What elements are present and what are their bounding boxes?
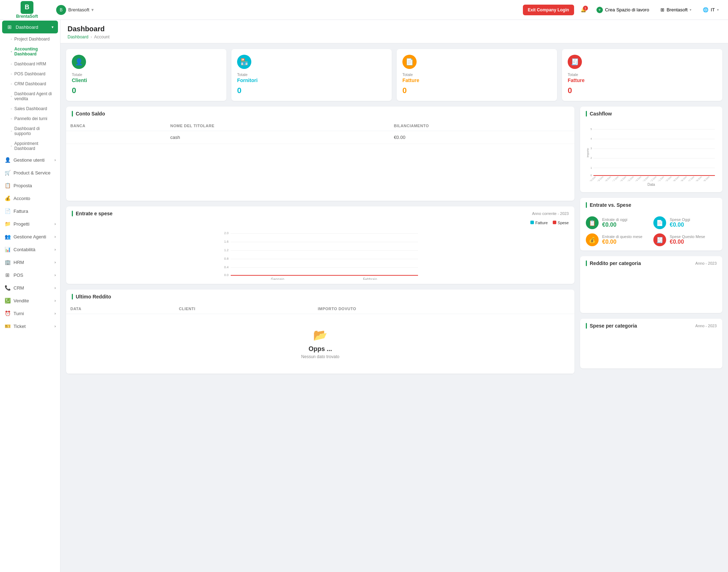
col-clienti: CLIENTI — [175, 304, 314, 314]
svg-text:06-Dec: 06-Dec — [695, 175, 703, 181]
fatture-dot — [530, 221, 534, 224]
sidebar-item-turni-nav[interactable]: ⏰ Turni › — [0, 307, 60, 320]
fatture-orange-label: Totale — [402, 72, 551, 77]
evs-entrate-mese-label: Entrate di questo mese — [602, 234, 642, 239]
sidebar-item-gestione-utenti[interactable]: 👤 Gestione utenti › — [0, 153, 60, 166]
chevron-right-icon-5: › — [54, 260, 56, 264]
evs-title: Entrate vs. Spese — [586, 202, 631, 208]
sidebar-item-project-dashboard[interactable]: Project Dashboard — [0, 34, 60, 44]
contabilita-icon: 📊 — [4, 246, 11, 253]
svg-text:1.6: 1.6 — [224, 240, 229, 243]
sidebar-item-sales-dashboard[interactable]: Sales Dashboard — [0, 104, 60, 114]
svg-text:2.0: 2.0 — [224, 231, 229, 235]
spese-categoria-title: Spese per categoria — [586, 323, 637, 329]
company-menu-button[interactable]: ⊞ Brentasoft ▾ — [657, 5, 695, 15]
ultimo-reddito-panel: Ultimo Reddito DATA CLIENTI IMPORTO DOVU… — [66, 290, 574, 374]
hrm-label: HRM — [14, 260, 24, 265]
appointment-label: Appointment Dashboard — [14, 141, 56, 151]
entrate-spese-chart-panel: Entrate e spese Anno corrente - 2023 Fat… — [66, 206, 574, 284]
logo: B BrentaSoft — [6, 1, 48, 19]
sidebar-item-agent-dashboard[interactable]: Dashboard Agent di vendita — [0, 89, 60, 104]
chevron-right-icon-6: › — [54, 273, 56, 277]
fatture-orange-title: Fatture — [402, 77, 551, 83]
vendite-label: Vendite — [14, 298, 29, 303]
company-selector[interactable]: B Brentasoft ▾ — [53, 3, 97, 17]
users-icon: 👤 — [4, 157, 11, 163]
svg-text:0.0: 0.0 — [224, 273, 229, 277]
dashboard-icon: ⊞ — [6, 24, 13, 30]
cell-titolare: cash — [166, 131, 390, 144]
sidebar-item-vendite[interactable]: 💹 Vendite › — [0, 294, 60, 307]
plus-icon: + — [596, 7, 603, 13]
globe-icon: 🌐 — [703, 7, 708, 12]
sidebar-item-pos[interactable]: ⊞ POS › — [0, 269, 60, 281]
ultimo-reddito-header: Ultimo Reddito — [66, 290, 574, 304]
fattura-icon: 📄 — [4, 208, 11, 214]
breadcrumb-sep: › — [91, 34, 92, 39]
topbar-right: Exit Company Login 🔔 1 + Crea Spazio di … — [523, 5, 722, 15]
language-button[interactable]: 🌐 IT ▾ — [699, 5, 722, 15]
svg-text:12-Dec: 12-Dec — [650, 175, 657, 181]
two-col-layout: Conto Saldo BANCA NOME DEL TITOLARE BILA… — [66, 107, 722, 374]
stat-card-clienti: 👤 Totale Clienti 0 — [66, 49, 226, 101]
spese-categoria-panel: Spese per categoria Anno - 2023 — [580, 319, 722, 368]
evs-grid: 📋 Entrate di oggi €0.00 📄 Spese Oggi — [580, 212, 722, 250]
evs-item-entrate-oggi: 📋 Entrate di oggi €0.00 — [586, 216, 649, 229]
svg-text:19-Dec: 19-Dec — [597, 175, 604, 181]
fatture-orange-value: 0 — [402, 86, 551, 95]
svg-text:3: 3 — [590, 147, 592, 150]
svg-text:1.2: 1.2 — [224, 248, 229, 252]
conto-saldo-title: Conto Saldo — [72, 111, 105, 117]
sidebar-item-product-service[interactable]: 🛒 Product & Service — [0, 166, 60, 179]
fornitori-label: Totale — [237, 72, 386, 77]
sidebar-item-progetti[interactable]: 📁 Progetti › — [0, 217, 60, 230]
sidebar-item-appointment[interactable]: Appointment Dashboard — [0, 139, 60, 153]
product-icon: 🛒 — [4, 169, 11, 176]
sidebar-item-contabilita[interactable]: 📊 Contabilità › — [0, 243, 60, 256]
sidebar-item-hrm[interactable]: 🏢 HRM › — [0, 256, 60, 269]
chevron-right-icon-9: › — [54, 311, 56, 315]
cell-banca — [66, 131, 166, 144]
sidebar: ⊞ Dashboard ▾ Project Dashboard Accounti… — [0, 20, 60, 572]
cashflow-panel: Cashflow 5 4 3 2 1 0 — [580, 107, 722, 192]
pos-dashboard-label: POS Dashboard — [14, 71, 45, 76]
sidebar-item-crm-dashboard[interactable]: CRM Dashboard — [0, 79, 60, 89]
chevron-up-icon: ▾ — [52, 25, 54, 29]
exit-company-button[interactable]: Exit Company Login — [523, 5, 574, 15]
col-titolare: NOME DEL TITOLARE — [166, 121, 390, 131]
empty-state: 📂 Opps ... Nessun dato trovato — [70, 318, 570, 370]
proposta-icon: 📋 — [4, 182, 11, 189]
notifications-button[interactable]: 🔔 1 — [578, 5, 589, 15]
chevron-right-icon-8: › — [54, 298, 56, 303]
sidebar-item-accounting-dashboard[interactable]: Accounting Dashboard — [0, 44, 60, 59]
cashflow-chart: 5 4 3 2 1 0 Importo — [580, 121, 722, 192]
sidebar-item-dashboard-hrm[interactable]: Dashboard HRM — [0, 59, 60, 69]
company-avatar: B — [56, 5, 66, 15]
svg-text:14-Dec: 14-Dec — [635, 175, 642, 181]
evs-spese-oggi-value: €0.00 — [670, 222, 690, 228]
svg-text:0.8: 0.8 — [224, 257, 229, 260]
sidebar-item-dashboard[interactable]: ⊞ Dashboard ▾ — [2, 21, 58, 33]
stat-card-fornitori: 🏪 Totale Fornitori 0 — [231, 49, 392, 101]
entrate-spese-chart-title: Entrate e spese — [72, 211, 113, 216]
sidebar-item-ticket[interactable]: 🎫 Ticket › — [0, 320, 60, 333]
entrate-spese-subtitle: Anno corrente - 2023 — [532, 211, 569, 216]
turni-label: Pannello dei turni — [14, 116, 47, 121]
svg-text:4: 4 — [590, 137, 592, 140]
sidebar-item-gestione-agenti[interactable]: 👥 Gestione Agenti › — [0, 230, 60, 243]
sidebar-item-turni[interactable]: Pannello dei turni — [0, 114, 60, 124]
stat-card-fatture-orange: 📄 Totale Fatture 0 — [397, 49, 557, 101]
ticket-label: Ticket — [14, 324, 26, 329]
svg-text:07-Dec: 07-Dec — [687, 175, 695, 181]
breadcrumb-home[interactable]: Dashboard — [68, 34, 89, 39]
create-workspace-button[interactable]: + Crea Spazio di lavoro — [593, 5, 653, 15]
sidebar-item-fattura[interactable]: 📄 Fattura — [0, 205, 60, 217]
sidebar-item-acconto[interactable]: 💰 Acconto — [0, 192, 60, 205]
page-title: Dashboard — [68, 25, 721, 33]
sidebar-item-supporto[interactable]: Dashboard di supporto — [0, 124, 60, 139]
sidebar-item-proposta[interactable]: 📋 Proposta — [0, 179, 60, 192]
evs-spese-oggi-label: Spese Oggi — [670, 217, 690, 222]
sidebar-item-crm[interactable]: 📞 CRM › — [0, 281, 60, 294]
sidebar-item-pos-dashboard[interactable]: POS Dashboard — [0, 69, 60, 79]
col-importo: IMPORTO DOVUTO — [314, 304, 574, 314]
